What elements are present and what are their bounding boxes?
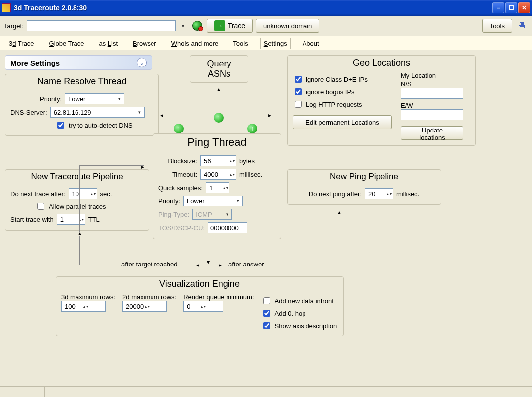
tab-whois[interactable]: Whois and more [168,38,222,49]
more-settings-label: More Settings [10,59,60,67]
quick-samples-spinner[interactable]: ▴▾ [206,182,229,193]
unknown-domain-button[interactable]: unknown domain [256,19,319,33]
log-http-checkbox[interactable] [295,101,302,108]
next-ping-after-value[interactable] [367,190,387,198]
tab-as-list[interactable]: as List [96,38,121,49]
target-label: Target: [4,22,24,30]
minimize-button[interactable]: – [492,2,504,13]
ew-label: E/W [401,102,470,109]
tab-browser[interactable]: Browser [130,38,159,49]
ping-priority-value[interactable] [186,197,234,205]
ignore-de-checkbox[interactable] [295,76,302,83]
update-locations-button[interactable]: Update locations [401,126,463,140]
max3d-spinner[interactable]: ▴▾ [61,301,106,312]
tab-globe-trace[interactable]: Globe Trace [46,38,87,49]
ns-input[interactable] [401,88,463,99]
add-0hop-checkbox[interactable] [263,310,270,317]
edit-permanent-locations-button[interactable]: Edit permanent Locations [293,115,392,129]
tab-tools[interactable]: Tools [230,38,251,49]
flow-node-icon[interactable]: ↑ [247,124,257,133]
ping-priority-label: Priority: [158,198,180,205]
flow-line [209,249,209,276]
max3d-label: 3d maximum rows: [61,293,115,301]
ew-input[interactable] [401,109,463,120]
panel-traceroute-pipeline: New Traceroute Pipeline Do next trace af… [5,169,149,231]
autodetect-dns-label: try to auto-detect DNS [69,122,133,129]
panel-ping-pipeline: New Ping Pipeline Do next ping after: ▴▾… [287,169,441,205]
target-input[interactable] [27,20,176,31]
tools-button[interactable]: Tools [482,19,512,33]
trace-pipe-title: New Traceroute Pipeline [5,170,149,183]
priority-label: Priority: [40,95,62,103]
chevron-down-icon[interactable]: ⌄ [137,58,147,67]
dropdown-arrow-icon: ▾ [224,212,230,217]
print-button[interactable]: 🖶 [515,19,528,32]
target-dropdown-arrow[interactable]: ▾ [179,20,188,31]
max3d-value[interactable] [64,302,83,311]
ignore-bogus-checkbox[interactable] [295,88,302,95]
millisec-label-2: millisec. [396,190,419,198]
show-axis-checkbox[interactable] [263,322,270,329]
close-button[interactable]: ✕ [518,2,530,13]
flow-node-icon[interactable]: ↑ [174,124,184,133]
quick-samples-value[interactable] [208,184,223,192]
go-button[interactable] [191,19,204,32]
stop-dot-icon [198,26,203,31]
timeout-spinner[interactable]: ▴▾ [200,169,236,180]
arrow-up-icon: ▴ [338,209,341,216]
ping-type-value [195,210,224,219]
ping-pipe-title: New Ping Pipeline [288,170,441,183]
next-trace-after-label: Do next trace after: [10,190,66,198]
tos-input[interactable] [208,222,247,233]
name-resolve-title: Name Resolve Thread [5,74,158,88]
panel-geo-locations: Geo Locations ignore Class D+E IPs ignor… [287,55,476,146]
flow-line [339,215,339,265]
autodetect-dns-checkbox[interactable] [57,122,64,129]
max2d-label: 2d maximum rows: [122,293,176,301]
flow-line [165,115,267,115]
start-trace-with-spinner[interactable]: ▴▾ [57,214,85,225]
tab-about[interactable]: About [300,38,322,49]
add-0hop-label: Add 0. hop [275,310,306,317]
flow-node-icon[interactable]: ↑ [214,113,224,123]
quick-samples-label: Quick samples: [158,184,203,192]
flow-line [79,165,144,166]
next-trace-after-spinner[interactable]: ▴▾ [69,188,97,199]
log-http-label: Log HTTP requests [306,101,362,108]
next-trace-after-value[interactable] [71,190,91,198]
ping-type-select: ▾ [192,209,232,220]
dns-server-select[interactable]: ▾ [50,107,145,118]
window-title: 3d Traceroute 2.0.8:30 [14,4,492,12]
main-toolbar: Target: ▾ → Trace unknown domain Tools 🖶 [0,16,532,36]
max2d-spinner[interactable]: ▴▾ [122,301,167,312]
maximize-button[interactable]: ☐ [505,2,517,13]
arrow-right-icon: ▸ [268,112,271,119]
start-trace-with-value[interactable] [59,215,79,224]
max2d-value[interactable] [125,302,145,311]
add-data-infront-checkbox[interactable] [263,297,270,304]
ping-type-label: Ping-Type: [158,211,189,218]
ping-priority-select[interactable]: ▾ [183,196,243,206]
dns-server-value[interactable] [53,108,136,117]
next-ping-after-spinner[interactable]: ▴▾ [365,188,393,199]
priority-value[interactable] [67,95,116,103]
trace-button-label: Trace [228,22,245,30]
panel-query-asn[interactable]: Query ASNs [190,55,248,83]
panel-name-resolve: Name Resolve Thread Priority: ▾ DNS-Serv… [5,74,159,136]
tab-settings[interactable]: Settings [260,38,291,49]
flow-line [79,165,80,232]
trace-button[interactable]: → Trace [207,19,253,33]
geo-title: Geo Locations [288,56,475,69]
blocksize-spinner[interactable]: ▴▾ [200,155,236,166]
render-queue-spinner[interactable]: ▴▾ [183,301,223,312]
timeout-value[interactable] [203,170,230,179]
blocksize-value[interactable] [203,157,230,165]
tab-3d-trace[interactable]: 3d Trace [6,38,37,49]
dropdown-arrow-icon: ▾ [234,198,241,203]
window-titlebar: 3d Traceroute 2.0.8:30 – ☐ ✕ [0,0,532,16]
allow-parallel-checkbox[interactable] [37,203,44,210]
render-queue-value[interactable] [186,302,201,311]
bytes-label: bytes [239,157,255,165]
priority-select[interactable]: ▾ [65,93,124,104]
more-settings-header[interactable]: More Settings ⌄ [5,55,152,70]
